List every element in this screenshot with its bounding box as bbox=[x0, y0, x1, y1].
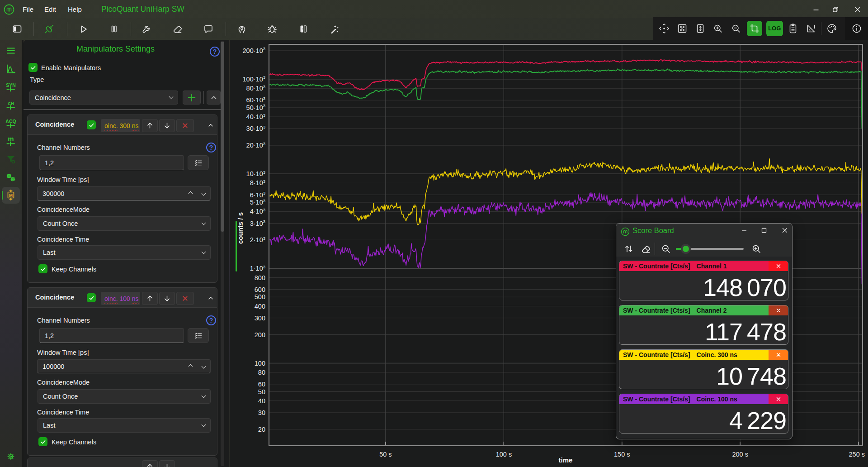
svg-text:50: 50 bbox=[258, 388, 265, 396]
svg-text:400: 400 bbox=[255, 303, 265, 310]
svg-text:M: M bbox=[9, 193, 13, 198]
svg-text:m: m bbox=[8, 136, 14, 143]
svg-text:40·103: 40·103 bbox=[246, 113, 265, 121]
svg-text:SYN: SYN bbox=[6, 82, 16, 88]
svg-text:200: 200 bbox=[255, 331, 265, 338]
svg-text:50 s: 50 s bbox=[379, 451, 392, 458]
svg-text:100: 100 bbox=[255, 360, 265, 367]
svg-text:800: 800 bbox=[255, 274, 265, 281]
svg-text:40: 40 bbox=[258, 397, 265, 405]
svg-text:60: 60 bbox=[258, 381, 265, 388]
svg-text:200 s: 200 s bbox=[732, 451, 748, 458]
svg-text:250 s: 250 s bbox=[849, 451, 865, 458]
svg-text:20·103: 20·103 bbox=[246, 141, 265, 149]
svg-text:CH: CH bbox=[8, 101, 14, 106]
svg-text:100 s: 100 s bbox=[496, 451, 512, 458]
svg-text:counts / s: counts / s bbox=[236, 212, 244, 244]
svg-text:20: 20 bbox=[258, 426, 265, 433]
svg-text:30·103: 30·103 bbox=[246, 124, 265, 133]
svg-text:200·103: 200·103 bbox=[243, 46, 265, 54]
svg-text:600: 600 bbox=[255, 286, 265, 293]
svg-text:80·103: 80·103 bbox=[246, 84, 265, 92]
svg-text:150 s: 150 s bbox=[614, 451, 630, 458]
svg-text:60·103: 60·103 bbox=[246, 96, 265, 104]
svg-text:30: 30 bbox=[258, 409, 265, 416]
svg-text:100·103: 100·103 bbox=[243, 75, 265, 83]
svg-text:ACQ: ACQ bbox=[5, 119, 16, 124]
svg-text:80: 80 bbox=[258, 369, 265, 376]
svg-text:300: 300 bbox=[255, 315, 265, 322]
svg-text:time: time bbox=[559, 456, 573, 464]
svg-text:50·103: 50·103 bbox=[246, 103, 265, 111]
svg-text:10·103: 10·103 bbox=[246, 170, 265, 178]
svg-text:500: 500 bbox=[255, 293, 265, 300]
